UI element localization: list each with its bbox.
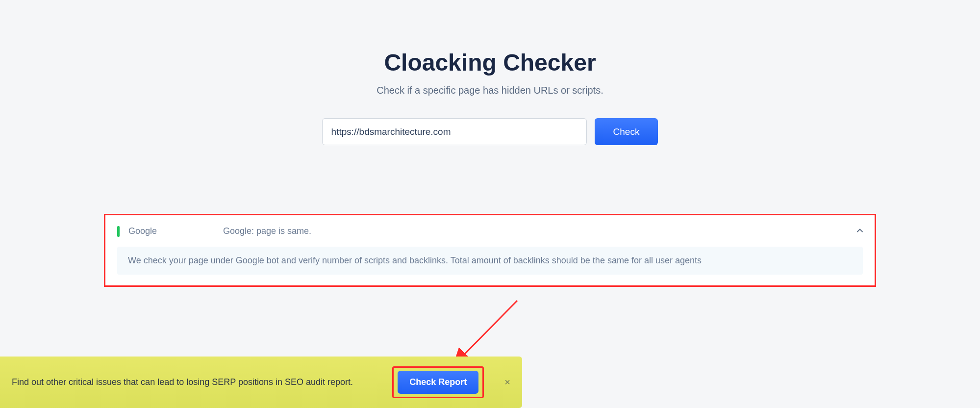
check-button[interactable]: Check bbox=[595, 118, 658, 145]
close-banner-button[interactable]: × bbox=[504, 377, 510, 388]
promo-banner: Find out other critical issues that can … bbox=[0, 357, 522, 408]
search-row: Check bbox=[322, 118, 658, 145]
check-report-button[interactable]: Check Report bbox=[398, 371, 478, 394]
svg-line-0 bbox=[457, 301, 517, 362]
result-description: We check your page under Google bot and … bbox=[117, 247, 863, 275]
url-input[interactable] bbox=[322, 118, 587, 145]
result-provider-label: Google bbox=[128, 226, 214, 236]
result-status-text: Google: page is same. bbox=[223, 226, 848, 236]
results-card: Google Google: page is same. We check yo… bbox=[104, 214, 876, 287]
page-subtitle: Check if a specific page has hidden URLs… bbox=[377, 85, 603, 96]
status-indicator-icon bbox=[117, 226, 120, 237]
result-accordion-header[interactable]: Google Google: page is same. bbox=[117, 226, 863, 237]
banner-button-highlight: Check Report bbox=[392, 366, 484, 398]
page-title: Cloacking Checker bbox=[384, 49, 596, 76]
banner-text: Find out other critical issues that can … bbox=[12, 376, 380, 389]
chevron-up-icon bbox=[857, 226, 863, 234]
